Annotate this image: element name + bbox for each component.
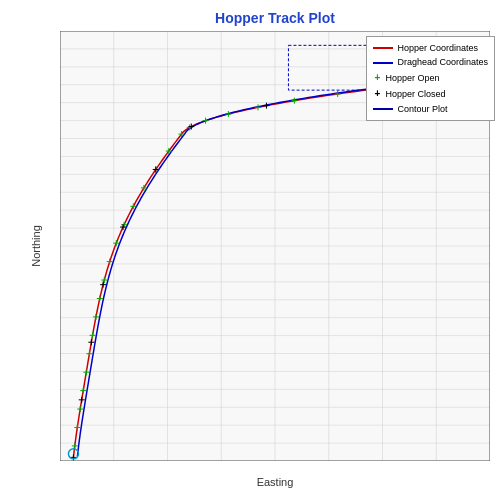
legend-draghead-line <box>373 62 393 64</box>
legend-hopperclosed-dot: + <box>373 86 381 102</box>
chart-body: Northing Hopper Coordinates Draghead Coo… <box>60 31 490 460</box>
legend-hopper-line <box>373 47 393 49</box>
legend: Hopper Coordinates Draghead Coordinates … <box>366 36 495 121</box>
legend-item-draghead: Draghead Coordinates <box>373 55 488 69</box>
chart-container: Hopper Track Plot Northing Hopper Coordi… <box>0 0 500 500</box>
legend-contour-line <box>373 108 393 110</box>
chart-title: Hopper Track Plot <box>60 10 490 26</box>
legend-item-contour: Contour Plot <box>373 102 488 116</box>
legend-item-hopper-closed: + Hopper Closed <box>373 86 488 102</box>
legend-item-hopper: Hopper Coordinates <box>373 41 488 55</box>
legend-hopperopen-label: Hopper Open <box>385 71 439 85</box>
legend-hopper-label: Hopper Coordinates <box>397 41 478 55</box>
y-axis-label: Northing <box>30 225 42 267</box>
legend-contour-label: Contour Plot <box>397 102 447 116</box>
legend-hopperclosed-label: Hopper Closed <box>385 87 445 101</box>
legend-item-hopper-open: + Hopper Open <box>373 70 488 86</box>
legend-hopperopen-dot: + <box>373 70 381 86</box>
x-axis-label: Easting <box>257 476 294 488</box>
legend-draghead-label: Draghead Coordinates <box>397 55 488 69</box>
